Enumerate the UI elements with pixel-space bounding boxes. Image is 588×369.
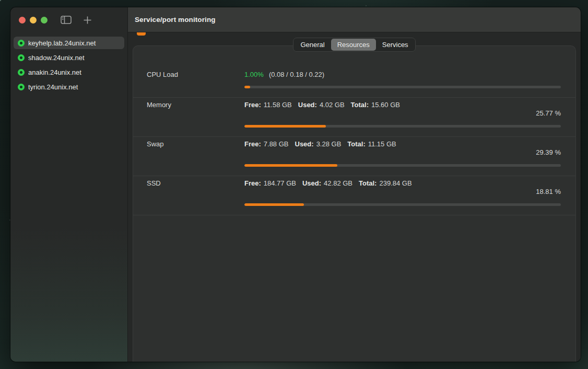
swap-progress-bar — [244, 164, 561, 167]
cpu-load-averages: (0.08 / 0.18 / 0.22) — [269, 71, 324, 79]
swap-row: Swap Free: 7.88 GB Used: 3.28 GB Total: … — [133, 137, 575, 176]
sidebar-toolbar — [10, 7, 127, 32]
free-value: 11.58 GB — [264, 101, 292, 109]
sidebar-item-keyhelp[interactable]: keyhelp.lab.24unix.net — [14, 37, 124, 49]
ssd-percent: 18.81 % — [147, 188, 561, 196]
cpu-progress-bar — [244, 86, 561, 88]
used-key: Used: — [295, 140, 314, 148]
used-value: 3.28 GB — [316, 140, 342, 148]
total-value: 15.60 GB — [371, 101, 400, 109]
sidebar-item-tyrion[interactable]: tyrion.24unix.net — [14, 80, 124, 93]
cpu-progress-fill — [244, 86, 250, 88]
add-server-button[interactable] — [83, 16, 92, 25]
memory-label: Memory — [147, 101, 244, 109]
total-value: 11.15 GB — [368, 140, 396, 148]
close-button[interactable] — [19, 17, 26, 24]
used-key: Used: — [302, 179, 321, 188]
memory-row: Memory Free: 11.58 GB Used: 4.02 GB Tota… — [133, 98, 575, 137]
total-key: Total: — [359, 179, 377, 188]
app-window: keyhelp.lab.24unix.net shadow.24unix.net… — [10, 7, 581, 362]
online-status-icon — [18, 69, 25, 76]
total-key: Total: — [351, 101, 369, 109]
free-key: Free: — [244, 140, 261, 148]
segmented-control: General Resources Services — [293, 38, 415, 52]
sidebar-item-shadow[interactable]: shadow.24unix.net — [14, 51, 124, 64]
ssd-label: SSD — [147, 179, 244, 188]
ssd-row: SSD Free: 184.77 GB Used: 42.82 GB Total… — [133, 176, 575, 215]
scrolled-progress-fragment — [137, 32, 146, 36]
server-label: shadow.24unix.net — [28, 54, 85, 62]
free-value: 184.77 GB — [264, 179, 296, 188]
used-value: 42.82 GB — [324, 179, 352, 188]
sidebar: keyhelp.lab.24unix.net shadow.24unix.net… — [10, 7, 128, 362]
online-status-icon — [18, 40, 25, 47]
ssd-progress-bar — [244, 203, 561, 206]
server-list: keyhelp.lab.24unix.net shadow.24unix.net… — [10, 32, 127, 93]
tab-general[interactable]: General — [294, 39, 331, 51]
resource-rows: CPU Load 1.00% (0.08 / 0.18 / 0.22) — [133, 46, 575, 362]
free-value: 7.88 GB — [264, 140, 289, 148]
swap-progress-fill — [244, 164, 337, 167]
total-value: 239.84 GB — [379, 179, 411, 188]
tab-resources[interactable]: Resources — [331, 39, 376, 51]
online-status-icon — [18, 84, 25, 90]
memory-progress-bar — [244, 125, 561, 128]
total-key: Total: — [347, 140, 365, 148]
memory-percent: 25.77 % — [147, 109, 561, 118]
tab-services[interactable]: Services — [376, 39, 415, 51]
online-status-icon — [18, 54, 25, 61]
server-label: tyrion.24unix.net — [28, 83, 78, 91]
swap-percent: 29.39 % — [147, 148, 561, 157]
main-panel: Service/port monitoring CPU Load 1.00% (… — [128, 7, 581, 362]
desktop-wallpaper: keyhelp.lab.24unix.net shadow.24unix.net… — [0, 0, 588, 369]
free-key: Free: — [244, 179, 261, 188]
fullscreen-button[interactable] — [41, 17, 48, 24]
sidebar-item-anakin[interactable]: anakin.24unix.net — [14, 66, 124, 78]
ssd-progress-fill — [244, 203, 304, 206]
tab-bar: General Resources Services — [128, 38, 581, 52]
used-value: 4.02 GB — [320, 101, 345, 109]
minimize-button[interactable] — [30, 17, 37, 24]
cpu-load-row: CPU Load 1.00% (0.08 / 0.18 / 0.22) — [133, 46, 575, 98]
server-label: keyhelp.lab.24unix.net — [28, 39, 96, 47]
used-key: Used: — [298, 101, 317, 109]
window-titlebar: Service/port monitoring — [128, 7, 581, 32]
server-label: anakin.24unix.net — [28, 68, 81, 76]
memory-progress-fill — [244, 125, 326, 128]
traffic-lights — [19, 17, 48, 24]
monitoring-content[interactable]: CPU Load 1.00% (0.08 / 0.18 / 0.22) — [128, 32, 581, 362]
sidebar-toggle-icon[interactable] — [61, 16, 72, 24]
resources-card: CPU Load 1.00% (0.08 / 0.18 / 0.22) — [133, 45, 576, 362]
swap-label: Swap — [147, 140, 244, 148]
cpu-load-value: 1.00% — [244, 71, 264, 79]
free-key: Free: — [244, 101, 261, 109]
cpu-load-label: CPU Load — [147, 71, 244, 79]
window-title: Service/port monitoring — [135, 16, 216, 24]
